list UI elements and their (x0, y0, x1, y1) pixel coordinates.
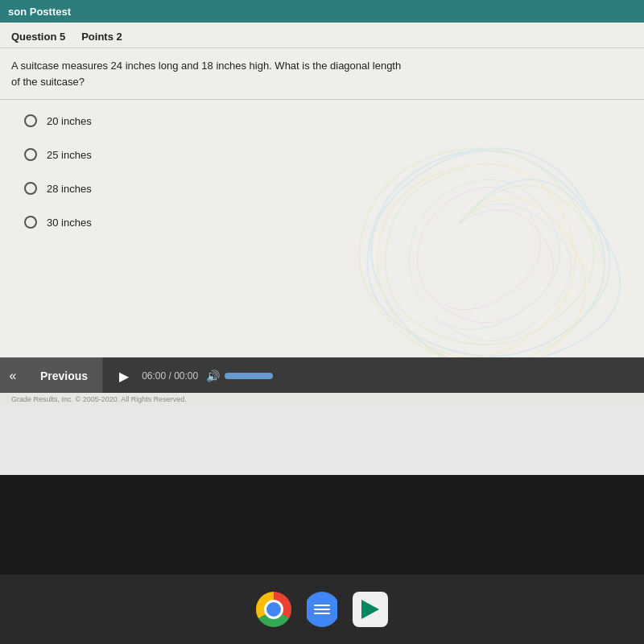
nav-bar: « Previous ▶ 06:00 / 00:00 🔊 (0, 357, 644, 394)
chrome-app-icon[interactable] (256, 592, 291, 627)
progress-bar (225, 373, 273, 379)
question-text: A suitcase measures 24 inches long and 1… (0, 48, 419, 94)
double-left-chevron-icon: « (10, 369, 17, 383)
question-points: Points 2 (81, 31, 122, 43)
content-area: Question 5 Points 2 A suitcase measures … (0, 23, 644, 393)
taskbar (0, 575, 644, 644)
volume-icon[interactable]: 🔊 (206, 369, 220, 382)
copyright-bar: Grade Results, Inc. © 2005-2020. All Rig… (0, 393, 644, 406)
copyright-text: Grade Results, Inc. © 2005-2020. All Rig… (11, 395, 187, 403)
option-3[interactable]: 28 inches (24, 182, 620, 195)
option-1[interactable]: 20 inches (24, 114, 620, 127)
docs-app-icon[interactable] (304, 592, 340, 627)
radio-2[interactable] (24, 148, 37, 161)
play-triangle-icon (361, 600, 379, 619)
radio-3[interactable] (24, 182, 37, 195)
docs-line-2 (314, 609, 330, 610)
screen: son Posttest Qu (0, 0, 644, 475)
docs-icon-inner (307, 592, 337, 627)
option-4[interactable]: 30 inches (24, 216, 620, 229)
radio-4[interactable] (24, 216, 37, 229)
timer-display: 06:00 / 00:00 (142, 370, 198, 382)
option-2-label: 25 inches (47, 149, 92, 161)
option-3-label: 28 inches (47, 183, 92, 195)
option-1-label: 20 inches (47, 115, 92, 127)
question-header: Question 5 Points 2 (0, 23, 644, 48)
radio-1[interactable] (24, 114, 37, 127)
docs-line-3 (314, 613, 330, 614)
play-icon: ▶ (119, 369, 129, 384)
top-bar: son Posttest (0, 0, 644, 23)
top-bar-title: son Posttest (8, 6, 71, 18)
question-number: Question 5 (11, 31, 65, 43)
option-2[interactable]: 25 inches (24, 148, 620, 161)
play-button[interactable]: ▶ (111, 357, 137, 394)
chevron-button[interactable]: « (0, 357, 26, 394)
previous-button[interactable]: Previous (26, 357, 103, 394)
options-area: 20 inches 25 inches 28 inches 30 inches (0, 100, 644, 264)
option-4-label: 30 inches (47, 217, 92, 229)
play-store-app-icon[interactable] (353, 592, 388, 627)
docs-line-1 (314, 605, 330, 606)
